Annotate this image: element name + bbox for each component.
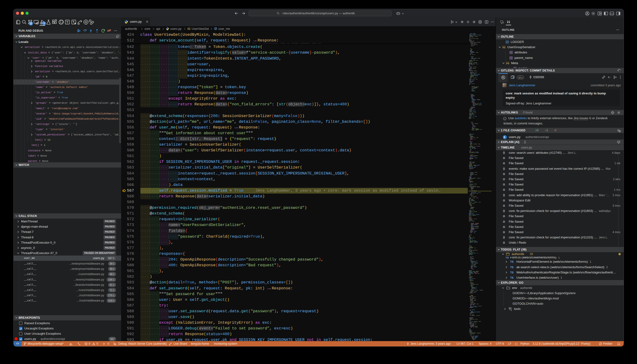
svg-text:A: A (619, 131, 620, 132)
